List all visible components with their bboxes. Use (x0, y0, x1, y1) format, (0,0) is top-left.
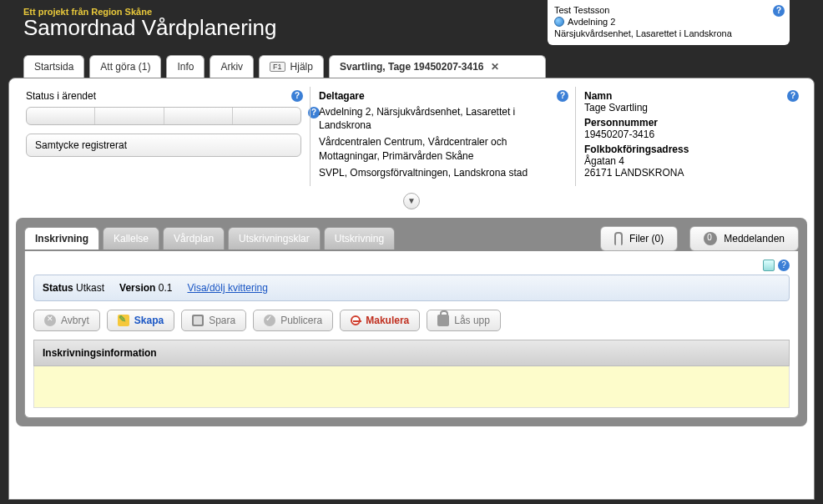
lock-icon (437, 315, 449, 326)
save-icon (192, 315, 204, 326)
create-button[interactable]: Skapa (107, 310, 174, 331)
help-icon[interactable]: ? (778, 260, 790, 271)
toggle-kvittering-link[interactable]: Visa/dölj kvittering (187, 282, 268, 294)
subtab-vardplan[interactable]: Vårdplan (163, 227, 225, 249)
action-toolbar: Avbryt Skapa Spara Publicera Makulera Lå… (33, 301, 790, 340)
subtab-utskrivning[interactable]: Utskrivning (324, 227, 395, 249)
status-bar: Status Utkast Version 0.1 Visa/dölj kvit… (33, 275, 790, 301)
main-tabs: Startsida Att göra (1) Info Arkiv F1 Hjä… (0, 45, 823, 78)
message-count-icon (704, 232, 717, 245)
no-entry-icon (351, 315, 361, 325)
user-unit: Närsjukvårdsenhet, Lasarettet i Landskro… (554, 28, 783, 38)
app-header: Ett projekt från Region Skåne Samordnad … (0, 0, 823, 45)
participant-item: Vårdcentralen Centrum, Vårdcentraler och… (319, 135, 567, 162)
lower-panel: Inskrivning Kallelse Vårdplan Utskrivnin… (16, 218, 807, 426)
pencil-icon (118, 315, 129, 326)
cancel-button[interactable]: Avbryt (33, 310, 100, 331)
section-heading: Inskrivningsinformation (33, 340, 790, 366)
tab-start[interactable]: Startsida (23, 55, 84, 78)
pn-value: 19450207-3416 (584, 129, 797, 140)
name-value: Tage Svartling (584, 102, 797, 113)
tab-archive[interactable]: Arkiv (210, 55, 254, 78)
user-box: ? Test Testsson Avdelning 2 Närsjukvårds… (548, 0, 790, 45)
participant-item: Avdelning 2, Närsjukvårdsenhet, Lasarett… (319, 105, 567, 132)
help-icon[interactable]: ? (291, 90, 303, 102)
save-button[interactable]: Spara (181, 310, 246, 331)
print-icon[interactable] (763, 260, 775, 271)
chevron-down-icon: ▼ (403, 193, 420, 209)
participant-item: SVPL, Omsorgsförvaltningen, Landskrona s… (319, 166, 567, 179)
user-dept: Avdelning 2 (568, 17, 615, 27)
x-icon (44, 315, 56, 326)
help-icon[interactable]: ? (557, 90, 568, 102)
close-icon[interactable]: ✕ (489, 61, 501, 73)
status-label: Status i ärendet (26, 90, 301, 102)
info-form-area (33, 366, 790, 408)
f1-badge: F1 (270, 62, 285, 72)
publish-button[interactable]: Publicera (253, 310, 333, 331)
void-button[interactable]: Makulera (340, 310, 420, 331)
user-name: Test Testsson (554, 5, 783, 15)
main-card: ? Status i ärendet ? Samtycke registrera… (8, 78, 815, 500)
subtab-inskrivning[interactable]: Inskrivning (24, 227, 99, 249)
participants-label: Deltagare (319, 90, 567, 102)
subpage: ? Status Utkast Version 0.1 Visa/dölj kv… (24, 251, 799, 418)
addr-line1: Ågatan 4 (584, 155, 797, 167)
name-label: Namn (584, 90, 797, 102)
help-icon[interactable]: ? (773, 5, 785, 17)
tab-help[interactable]: F1 Hjälp (259, 55, 324, 78)
expand-toggle[interactable]: ▼ (18, 193, 805, 209)
tab-patient[interactable]: Svartling, Tage 19450207-3416 ✕ (329, 55, 546, 78)
addr-label: Folkbokföringsadress (584, 144, 797, 155)
unlock-button[interactable]: Lås upp (427, 310, 501, 331)
pn-label: Personnummer (584, 117, 797, 129)
subtab-kallelse[interactable]: Kallelse (103, 227, 159, 249)
globe-icon (554, 17, 564, 27)
help-icon[interactable]: ? (787, 90, 799, 102)
check-icon (264, 315, 275, 326)
consent-button[interactable]: Samtycke registrerat (26, 134, 301, 157)
tab-todo[interactable]: Att göra (1) (89, 55, 161, 78)
messages-button[interactable]: Meddelanden (689, 226, 799, 251)
tab-info[interactable]: Info (166, 55, 204, 78)
files-button[interactable]: Filer (0) (600, 226, 678, 251)
subtab-utskrivningsklar[interactable]: Utskrivningsklar (228, 227, 321, 249)
paperclip-icon (614, 232, 623, 245)
status-progress (26, 107, 301, 125)
addr-line2: 26171 LANDSKRONA (584, 167, 797, 179)
